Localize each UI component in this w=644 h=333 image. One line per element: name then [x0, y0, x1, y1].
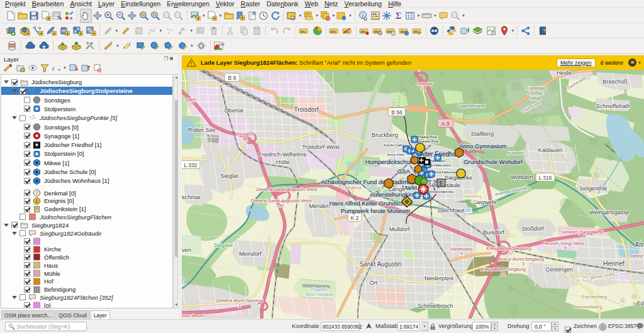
svg-text:Eschenberg: Eschenberg [582, 294, 607, 300]
svg-text:Steinmelsberg: Steinmelsberg [574, 305, 602, 310]
svg-text:A 3: A 3 [441, 121, 450, 127]
svg-text:Dreieck Bonn-Nordost: Dreieck Bonn-Nordost [216, 298, 264, 303]
svg-text:Mulldorf: Mulldorf [389, 226, 410, 232]
svg-text:Stoßdorf: Stoßdorf [521, 226, 544, 232]
svg-text:17: 17 [188, 102, 194, 107]
svg-text:Kreuz Bonn-Siegburg: Kreuz Bonn-Siegburg [480, 266, 526, 272]
svg-text:L 316: L 316 [539, 175, 552, 181]
svg-text:DOP: DOP [218, 43, 225, 46]
svg-text:Humperdickschule: Humperdickschule [365, 158, 414, 165]
svg-text:6: 6 [583, 234, 586, 239]
svg-text:Hufwald: Hufwald [507, 151, 523, 155]
svg-text:Ed: Ed [636, 300, 643, 307]
svg-text:Wolsdorf: Wolsdorf [511, 174, 534, 180]
svg-text:Lohmar-: Lohmar- [528, 91, 545, 96]
svg-text:Grundschule Wolsdorf: Grundschule Wolsdorf [464, 158, 523, 165]
svg-text:abc: abc [301, 29, 306, 33]
svg-text:Buisdorf: Buisdorf [483, 229, 504, 236]
svg-text:K 2: K 2 [351, 215, 359, 221]
svg-text:Seligenthal: Seligenthal [579, 185, 607, 192]
svg-text:Bonn-Hangelar: Bonn-Hangelar [306, 292, 334, 297]
svg-text:Sieglar: Sieglar [221, 173, 239, 179]
svg-text:2: 2 [351, 190, 354, 194]
svg-text:Heide: Heide [557, 70, 572, 76]
svg-text:Meindorf: Meindorf [239, 251, 262, 257]
svg-text:Karolin Cahn: Karolin Cahn [384, 143, 404, 147]
svg-text:31: 31 [421, 86, 426, 92]
svg-text:Hans Alfred Keller Grundschule: Hans Alfred Keller Grundschule [330, 200, 413, 207]
svg-text:6: 6 [564, 246, 567, 250]
svg-text:abc: abc [361, 29, 367, 33]
svg-text:Bruckberg: Bruckberg [372, 132, 398, 138]
svg-text:Spich: Spich [185, 97, 196, 102]
svg-text:32: 32 [501, 272, 506, 276]
svg-text:Sankt Augustin: Sankt Augustin [360, 261, 402, 268]
svg-text:Benedikt Pick: Benedikt Pick [416, 139, 439, 143]
svg-text:a: a [70, 14, 72, 21]
svg-text:Siegwehr: Siegwehr [473, 199, 497, 205]
svg-text:Hennef: Hennef [603, 259, 625, 267]
svg-text:Weingartsgasse: Weingartsgasse [590, 209, 630, 216]
svg-text:Stallberg: Stallberg [471, 131, 494, 137]
svg-text:Allr: Allr [635, 241, 644, 248]
svg-text:FriedWald: FriedWald [526, 86, 547, 90]
svg-text:Gagelbestand: Gagelbestand [457, 104, 486, 109]
svg-text:Schneffelrath: Schneffelrath [596, 103, 630, 109]
svg-text:12: 12 [508, 251, 513, 255]
svg-text:schmar: schmar [182, 194, 201, 200]
svg-text:B 8: B 8 [228, 75, 236, 81]
svg-text:Thekla Pick: Thekla Pick [417, 135, 437, 139]
svg-text:B 56: B 56 [391, 109, 402, 116]
svg-text:ven: ven [182, 247, 191, 253]
svg-text:Siegwiese: Siegwiese [366, 186, 385, 191]
svg-text:GSA: GSA [397, 168, 411, 175]
svg-text:Anno Gymnasium: Anno Gymnasium [459, 143, 507, 150]
svg-text:Hütte: Hütte [276, 159, 290, 165]
svg-text:Dreieck Sankt Augustin-West: Dreieck Sankt Augustin-West [250, 198, 312, 204]
svg-text:Siegaue: Siegaue [213, 242, 233, 248]
svg-text:Henne: Henne [631, 254, 643, 258]
svg-text:Friedrich-Wilhelms-: Friedrich-Wilhelms- [258, 151, 308, 158]
svg-text:38: 38 [242, 137, 247, 141]
svg-text:Jenny Klein: Jenny Klein [387, 153, 404, 156]
svg-text:Menden: Menden [309, 203, 330, 209]
svg-text:Braschoß: Braschoß [602, 79, 628, 85]
svg-text:Schmerbroich: Schmerbroich [418, 303, 453, 309]
svg-text:Rotter See: Rotter See [188, 127, 216, 133]
svg-text:Geistingen: Geistingen [545, 266, 573, 273]
svg-text:5: 5 [522, 261, 525, 266]
svg-text:11: 11 [471, 199, 475, 203]
svg-text:L 332: L 332 [184, 162, 197, 168]
svg-text:Troisdorf-West: Troisdorf-West [302, 144, 340, 150]
svg-text:1: 1 [238, 303, 241, 308]
svg-text:abc: abc [331, 29, 336, 33]
svg-text:ε: ε [52, 65, 55, 72]
svg-text:Dreieck Sankt Augustin-West: Dreieck Sankt Augustin-West [256, 187, 318, 192]
svg-text:4: 4 [460, 251, 463, 256]
svg-text:Pumpwerk heute Museum: Pumpwerk heute Museum [341, 207, 410, 214]
svg-text:Bonn-Beuel: Bonn-Beuel [182, 313, 204, 319]
svg-text:Troisdorf: Troisdorf [294, 106, 318, 113]
svg-text:Selma Falkenstein: Selma Falkenstein [431, 170, 459, 174]
svg-text:Kaldauen: Kaldauen [538, 147, 563, 153]
svg-text:Flugplatz: Flugplatz [311, 287, 328, 292]
svg-text:abc: abc [414, 29, 419, 33]
svg-text:F: F [440, 180, 443, 187]
svg-text:Deichhaus: Deichhaus [438, 207, 465, 214]
svg-text:Ort: Ort [370, 280, 378, 286]
svg-text:Arek Dunajevsky: Arek Dunajevsky [428, 190, 454, 194]
svg-text:Troisdorf: Troisdorf [236, 132, 253, 136]
svg-text:Oberlar: Oberlar [225, 107, 244, 114]
svg-text:?: ? [543, 28, 546, 34]
svg-text:Niederpleis: Niederpleis [425, 275, 453, 281]
svg-text:Σ: Σ [396, 11, 401, 21]
svg-text:39: 39 [279, 204, 284, 208]
svg-text:Heide: Heide [530, 96, 541, 101]
